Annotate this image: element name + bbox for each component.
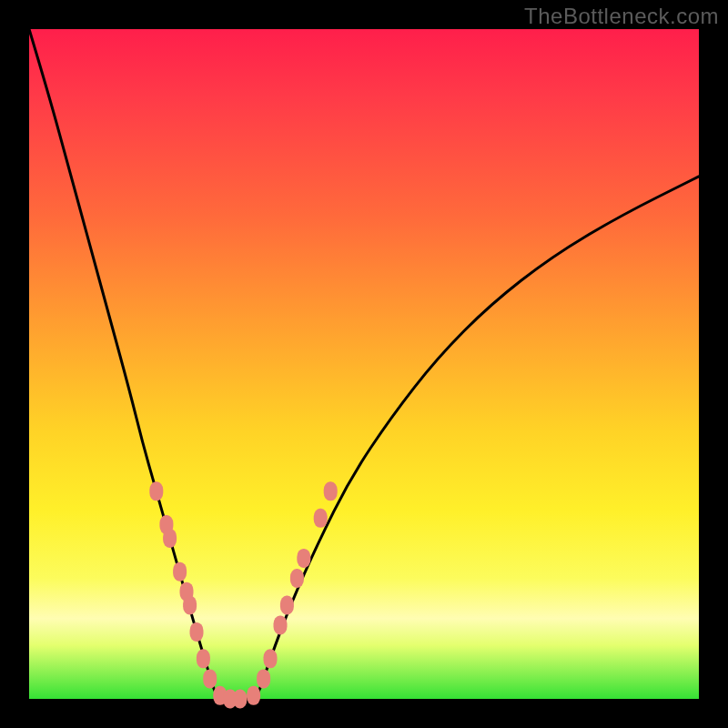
- marker-dot: [163, 529, 177, 548]
- marker-dot: [314, 509, 328, 528]
- marker-dot: [203, 669, 217, 688]
- marker-dot: [173, 562, 187, 581]
- marker-dot: [290, 569, 304, 588]
- marker-dot: [197, 649, 210, 668]
- marker-dot: [324, 481, 338, 500]
- marker-dot: [274, 616, 288, 635]
- marker-dot: [247, 686, 260, 705]
- marker-layer: [149, 481, 337, 708]
- marker-dot: [280, 596, 294, 615]
- marker-dot: [297, 549, 310, 568]
- chart-stage: TheBottleneck.com: [0, 0, 728, 728]
- marker-dot: [233, 690, 247, 709]
- marker-dot: [183, 596, 197, 615]
- curve-svg: [29, 29, 699, 699]
- marker-dot: [257, 669, 270, 688]
- marker-dot: [149, 481, 163, 500]
- marker-dot: [264, 649, 278, 668]
- v-curve-path: [29, 29, 699, 699]
- watermark-text: TheBottleneck.com: [524, 4, 719, 29]
- gradient-panel: [29, 29, 699, 699]
- marker-dot: [190, 622, 204, 642]
